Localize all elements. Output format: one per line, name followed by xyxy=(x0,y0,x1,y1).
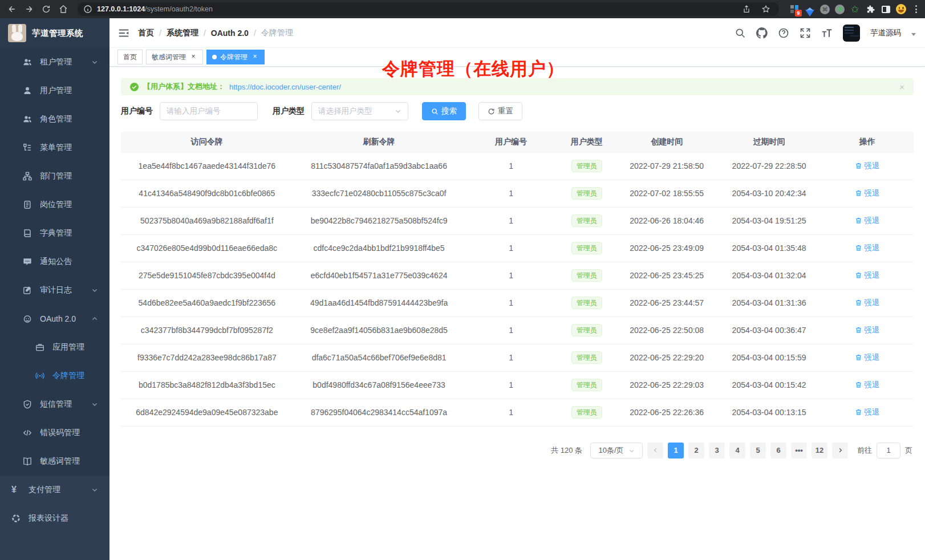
extension-command-icon[interactable]: ⌘ xyxy=(820,5,830,14)
share-icon[interactable] xyxy=(739,2,754,17)
sidebar-item-menu[interactable]: 菜单管理 xyxy=(0,133,109,162)
address-bar[interactable]: 127.0.0.1:1024/system/oauth2/token xyxy=(78,2,779,16)
user-caret-down-icon[interactable] xyxy=(911,33,916,36)
app-logo[interactable]: 芋道管理系统 xyxy=(0,18,109,48)
breadcrumb-item[interactable]: 首页 xyxy=(138,28,154,38)
cell-action: 强退 xyxy=(821,316,914,344)
extension-grid-icon[interactable]: 9 xyxy=(789,4,800,14)
home-icon[interactable] xyxy=(56,2,71,17)
force-logout-button[interactable]: 强退 xyxy=(855,161,879,171)
force-logout-button[interactable]: 强退 xyxy=(855,216,879,226)
reset-button[interactable]: 重置 xyxy=(478,102,522,120)
tab-close-icon[interactable]: × xyxy=(251,53,259,61)
forward-icon[interactable] xyxy=(22,2,36,17)
extension-record-icon[interactable] xyxy=(835,5,845,14)
sidebar-item-report[interactable]: 报表设计器 xyxy=(0,504,109,533)
extension-sidepanel-icon[interactable] xyxy=(881,4,891,14)
page-size-select[interactable]: 10条/页 xyxy=(590,443,643,458)
sidebar-item-sms[interactable]: 短信管理 xyxy=(0,390,109,419)
cell-created: 2022-06-25 23:49:09 xyxy=(616,234,717,262)
page-button-1[interactable]: 1 xyxy=(668,443,684,458)
user-type-label: 用户类型 xyxy=(273,106,305,116)
user-type-select[interactable]: 请选择用户类型 xyxy=(311,102,408,120)
cell-created: 2022-06-25 22:26:36 xyxy=(616,399,717,426)
chevron-down-icon xyxy=(91,59,98,66)
sitemap-icon xyxy=(23,172,32,181)
tab-close-icon[interactable]: × xyxy=(189,53,197,61)
search-icon[interactable] xyxy=(735,27,746,39)
sidebar-item-tenant[interactable]: 租户管理 xyxy=(0,48,109,76)
force-logout-button[interactable]: 强退 xyxy=(855,407,879,417)
table-row: c347026e805e4d99b0d116eae66eda8ccdfc4ce9… xyxy=(121,234,914,262)
next-page-button[interactable] xyxy=(832,443,848,458)
font-size-icon[interactable] xyxy=(821,27,833,39)
tab-首页[interactable]: 首页 xyxy=(117,50,143,64)
fullscreen-icon[interactable] xyxy=(800,27,811,39)
back-icon[interactable] xyxy=(5,2,19,17)
extension-gem-icon[interactable] xyxy=(805,4,815,14)
user-id-input[interactable]: 请输入用户编号 xyxy=(160,102,258,120)
browser-menu-icon[interactable] xyxy=(912,5,920,13)
extension-star-icon[interactable]: ✩ xyxy=(850,4,860,14)
breadcrumb-item[interactable]: 系统管理 xyxy=(167,28,198,38)
sidebar-item-post[interactable]: 岗位管理 xyxy=(0,190,109,219)
sidebar-item-dict[interactable]: 字典管理 xyxy=(0,219,109,247)
sidebar-item-errcode[interactable]: 错误码管理 xyxy=(0,419,109,447)
alert-doc-link[interactable]: https://doc.iocoder.cn/user-center/ xyxy=(229,83,341,91)
force-logout-button[interactable]: 强退 xyxy=(855,325,879,335)
force-logout-button[interactable]: 强退 xyxy=(855,243,879,253)
sidebar-item-oauth2-token[interactable]: 令牌管理 xyxy=(0,362,109,390)
force-logout-button[interactable]: 强退 xyxy=(855,380,879,390)
sidebar-item-dept[interactable]: 部门管理 xyxy=(0,162,109,190)
goto-page-input[interactable]: 1 xyxy=(877,443,900,458)
tab-敏感词管理[interactable]: 敏感词管理× xyxy=(146,50,203,64)
sidebar-item-pay[interactable]: ¥支付管理 xyxy=(0,476,109,504)
force-logout-button[interactable]: 强退 xyxy=(855,298,879,308)
help-icon[interactable] xyxy=(778,27,789,39)
cell-access: 41c41346a548490f9dc8b01c6bfe0865 xyxy=(121,180,293,207)
reload-icon[interactable] xyxy=(39,2,54,17)
search-button[interactable]: 搜索 xyxy=(422,102,466,120)
alert-text: 【用户体系】文档地址： xyxy=(143,82,225,92)
page-button-4[interactable]: 4 xyxy=(729,443,745,458)
profile-emoji-icon[interactable] xyxy=(896,4,906,14)
robot-icon xyxy=(23,314,32,323)
search-form: 用户编号 请输入用户编号 用户类型 请选择用户类型 搜索 重置 xyxy=(121,102,914,120)
sidebar-item-sensitive[interactable]: 敏感词管理 xyxy=(0,447,109,476)
sidebar-collapse-icon[interactable] xyxy=(117,27,130,39)
page-button-3[interactable]: 3 xyxy=(709,443,725,458)
cell-created: 2022-06-25 22:50:08 xyxy=(616,316,717,344)
sidebar-item-notice[interactable]: 通知公告 xyxy=(0,247,109,276)
donut-icon xyxy=(11,514,21,523)
sidebar-item-role[interactable]: 角色管理 xyxy=(0,105,109,133)
cell-refresh: be90422b8c7946218275a508bf524fc9 xyxy=(293,207,465,234)
chevron-down-icon xyxy=(91,287,98,294)
user-avatar[interactable] xyxy=(843,25,860,42)
alert-close-icon[interactable]: × xyxy=(899,82,904,92)
user-icon xyxy=(23,86,32,95)
page-ellipsis[interactable]: ••• xyxy=(791,443,807,458)
extensions-puzzle-icon[interactable] xyxy=(865,4,875,14)
force-logout-button[interactable]: 强退 xyxy=(855,352,879,363)
force-logout-button[interactable]: 强退 xyxy=(855,270,879,281)
cell-user_id: 1 xyxy=(465,371,557,399)
page-button-12[interactable]: 12 xyxy=(812,443,827,458)
sidebar-menu-sub: 租户管理用户管理角色管理菜单管理部门管理岗位管理字典管理通知公告审计日志OAut… xyxy=(0,48,109,476)
tab-令牌管理[interactable]: 令牌管理× xyxy=(206,50,265,64)
sidebar-item-oauth2[interactable]: OAuth 2.0 xyxy=(0,305,109,333)
page-button-2[interactable]: 2 xyxy=(688,443,704,458)
cell-action: 强退 xyxy=(821,262,914,289)
force-logout-button[interactable]: 强退 xyxy=(855,188,879,198)
info-icon[interactable] xyxy=(83,5,92,14)
prev-page-button[interactable] xyxy=(647,443,663,458)
sidebar-item-oauth2-app[interactable]: 应用管理 xyxy=(0,333,109,362)
github-icon[interactable] xyxy=(756,27,768,39)
force-logout-label: 强退 xyxy=(864,380,879,390)
page-button-5[interactable]: 5 xyxy=(750,443,766,458)
page-button-6[interactable]: 6 xyxy=(770,443,786,458)
sidebar-item-user[interactable]: 用户管理 xyxy=(0,76,109,105)
sidebar-item-audit-log[interactable]: 审计日志 xyxy=(0,276,109,305)
cell-user-type: 管理员 xyxy=(557,180,616,207)
breadcrumb-item[interactable]: OAuth 2.0 xyxy=(211,29,249,38)
bookmark-star-icon[interactable] xyxy=(758,2,773,17)
